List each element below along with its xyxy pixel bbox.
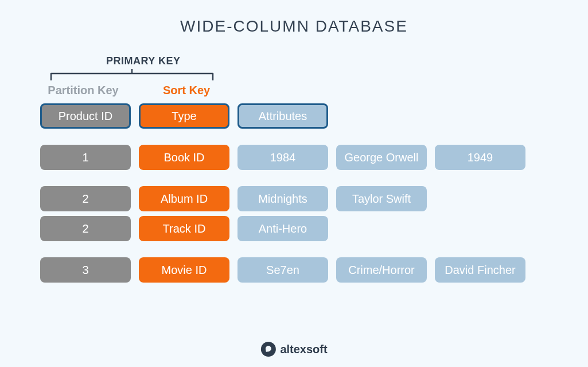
attr-cell: Crime/Horror bbox=[336, 257, 427, 283]
partition-cell: 3 bbox=[40, 257, 131, 283]
logo-icon bbox=[260, 342, 275, 357]
sort-cell: Book ID bbox=[139, 145, 229, 170]
header-row: Product ID Type Attributes bbox=[40, 103, 525, 129]
sort-key-label: Sort Key bbox=[143, 84, 229, 97]
header-partition: Product ID bbox=[40, 103, 131, 129]
attr-cell: 1949 bbox=[435, 145, 525, 170]
primary-key-bracket bbox=[49, 69, 215, 80]
key-labels-row: Partition Key Sort Key bbox=[40, 84, 229, 97]
logo-text: altexsoft bbox=[280, 343, 327, 356]
sort-cell: Movie ID bbox=[139, 257, 229, 283]
header-sort: Type bbox=[139, 103, 229, 129]
attr-cell: Taylor Swift bbox=[336, 186, 427, 211]
sort-cell: Track ID bbox=[139, 216, 229, 241]
table-row: 1 Book ID 1984 George Orwell 1949 bbox=[40, 145, 525, 170]
logo: altexsoft bbox=[260, 342, 327, 357]
attr-cell: 1984 bbox=[237, 145, 328, 170]
attr-cell: Anti-Hero bbox=[237, 216, 328, 241]
partition-cell: 2 bbox=[40, 186, 131, 211]
attr-cell: Se7en bbox=[237, 257, 328, 283]
table-row: 2 Track ID Anti-Hero bbox=[40, 216, 525, 241]
table-grid: Product ID Type Attributes 1 Book ID 198… bbox=[40, 103, 525, 291]
table-row: 3 Movie ID Se7en Crime/Horror David Finc… bbox=[40, 257, 525, 283]
primary-key-label: PRIMARY KEY bbox=[106, 55, 181, 67]
attr-cell: David Fincher bbox=[435, 257, 525, 283]
diagram-title: WIDE-COLUMN DATABASE bbox=[0, 0, 588, 36]
partition-key-label: Partition Key bbox=[40, 84, 126, 97]
partition-cell: 2 bbox=[40, 216, 131, 241]
attr-cell: Midnights bbox=[237, 186, 328, 211]
attr-cell: George Orwell bbox=[336, 145, 427, 170]
partition-cell: 1 bbox=[40, 145, 131, 170]
sort-cell: Album ID bbox=[139, 186, 229, 211]
table-row: 2 Album ID Midnights Taylor Swift bbox=[40, 186, 525, 211]
header-attributes: Attributes bbox=[237, 103, 328, 129]
